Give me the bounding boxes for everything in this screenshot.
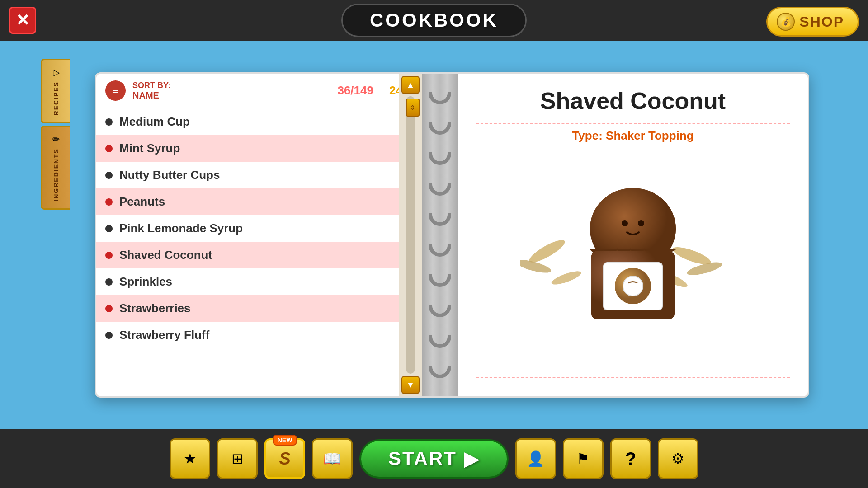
close-button[interactable]: ✕	[9, 7, 36, 34]
ring	[429, 92, 451, 104]
bullet-icon	[105, 278, 113, 286]
bullet-icon	[105, 332, 113, 339]
ingredient-list: Medium Cup Mint Syrup Nutty Butter Cups …	[96, 108, 422, 348]
ring	[429, 122, 451, 135]
book-icon: 📖	[323, 450, 341, 467]
item-type: Type: Shaker Topping	[476, 129, 790, 143]
person-icon: 👤	[527, 450, 545, 467]
grid-icon: ⊞	[231, 450, 244, 467]
item-title: Shaved Coconut	[476, 87, 790, 114]
scrollbar: ▲ ⇕ ▼	[399, 74, 422, 396]
shop-button[interactable]: 💰 SHOP	[766, 7, 859, 37]
toolbar-btn-person[interactable]: 👤	[515, 438, 556, 479]
sort-label: SORT BY: NAME	[132, 81, 171, 101]
svg-point-2	[550, 268, 583, 287]
list-item[interactable]: Pink Lemonade Syrup	[96, 215, 422, 242]
scroll-thumb[interactable]: ⇕	[406, 99, 420, 117]
list-item[interactable]: Strawberry Fluff	[96, 322, 422, 348]
svg-point-14	[622, 220, 628, 226]
scroll-down-button[interactable]: ▼	[401, 376, 420, 394]
question-icon: ?	[625, 449, 636, 469]
ring	[429, 305, 451, 317]
toolbar-btn-gear[interactable]: ⚙	[658, 438, 698, 479]
sidebar-tabs: ▷ RECIPES ✏ INGREDIENTS	[41, 59, 70, 212]
start-button[interactable]: START ▶	[359, 439, 509, 479]
left-page: ≡ SORT BY: NAME 36/149 24% Medium Cup Mi…	[96, 74, 422, 396]
list-item[interactable]: Medium Cup	[96, 108, 422, 135]
ring	[429, 274, 451, 287]
star-icon: ★	[184, 450, 197, 467]
sort-icon[interactable]: ≡	[105, 80, 126, 101]
toolbar-btn-book[interactable]: 📖	[312, 438, 353, 479]
s-icon: S	[279, 449, 290, 469]
toolbar-btn-question[interactable]: ?	[610, 438, 651, 479]
start-arrow-icon: ▶	[464, 448, 480, 470]
svg-point-15	[638, 220, 644, 226]
new-badge: NEW	[273, 435, 297, 446]
top-bar: ✕ COOKBOOK 💰 SHOP	[0, 0, 868, 41]
flag-icon: ⚑	[576, 450, 590, 467]
divider-bottom	[476, 377, 790, 378]
bullet-icon	[105, 225, 113, 232]
main-area: ▷ RECIPES ✏ INGREDIENTS ≡ SORT BY: NAME …	[0, 41, 868, 429]
ring	[429, 366, 451, 378]
ingredient-illustration	[520, 183, 746, 342]
list-item[interactable]: Peanuts	[96, 188, 422, 215]
tab-ingredients[interactable]: ✏ INGREDIENTS	[41, 126, 70, 210]
bullet-icon	[105, 172, 113, 179]
book-spine	[422, 74, 458, 396]
toolbar-btn-s[interactable]: NEW S	[264, 438, 305, 479]
bullet-icon	[105, 118, 113, 126]
tab-recipes[interactable]: ▷ RECIPES	[41, 59, 70, 123]
divider	[476, 123, 790, 124]
list-item[interactable]: Strawberries	[96, 295, 422, 322]
sort-bar: ≡ SORT BY: NAME 36/149 24%	[96, 74, 422, 108]
list-icon: ≡	[113, 85, 118, 97]
bullet-icon	[105, 198, 113, 206]
scroll-up-button[interactable]: ▲	[401, 76, 420, 94]
recipes-icon: ▷	[53, 67, 60, 78]
ring	[429, 335, 451, 348]
ring	[429, 183, 451, 196]
scroll-track[interactable]: ⇕	[406, 96, 415, 374]
bullet-icon	[105, 305, 113, 312]
toolbar-btn-star[interactable]: ★	[170, 438, 210, 479]
title-pill: COOKBOOK	[341, 4, 527, 37]
cookbook: ≡ SORT BY: NAME 36/149 24% Medium Cup Mi…	[95, 72, 809, 398]
ingredients-icon: ✏	[52, 134, 60, 145]
svg-point-13	[623, 276, 643, 296]
coin-icon: 💰	[777, 13, 795, 31]
toolbar-btn-grid[interactable]: ⊞	[217, 438, 258, 479]
ring	[429, 213, 451, 226]
item-image-area	[476, 152, 790, 373]
list-item[interactable]: Mint Syrup	[96, 135, 422, 162]
list-item[interactable]: Nutty Butter Cups	[96, 162, 422, 188]
page-title: COOKBOOK	[370, 9, 498, 31]
list-item[interactable]: Shaved Coconut	[96, 242, 422, 268]
bullet-icon	[105, 145, 113, 152]
bullet-icon	[105, 252, 113, 259]
ring	[429, 244, 451, 257]
right-page: Shaved Coconut Type: Shaker Topping	[458, 74, 808, 396]
bottom-toolbar: ★ ⊞ NEW S 📖 START ▶ 👤 ⚑ ? ⚙	[0, 429, 868, 488]
list-item[interactable]: Sprinkles	[96, 268, 422, 295]
toolbar-btn-flag[interactable]: ⚑	[563, 438, 604, 479]
ring	[429, 152, 451, 165]
gear-icon: ⚙	[671, 450, 684, 467]
